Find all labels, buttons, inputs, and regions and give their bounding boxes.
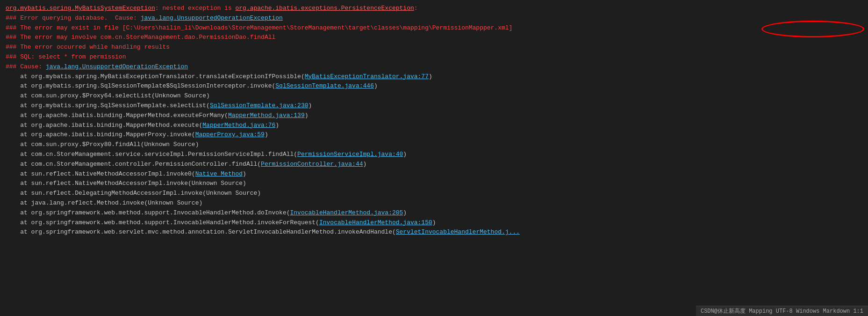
red-text: ### Error querying database. Cause: bbox=[6, 15, 141, 22]
stack-text: at org.springframework.web.servlet.mvc.m… bbox=[6, 228, 396, 235]
lines-container: org.mybatis.spring.MyBatisSystemExceptio… bbox=[6, 4, 862, 237]
code-line: ### The error may involve com.cn.StoreMa… bbox=[6, 33, 862, 43]
code-line: at java.lang.reflect.Method.invoke(Unkno… bbox=[6, 198, 862, 208]
link-blue[interactable]: InvocableHandlerMethod.java:150 bbox=[319, 219, 432, 226]
link-blue[interactable]: SqlSessionTemplate.java:230 bbox=[210, 102, 308, 109]
code-line: ### The error may exist in file [C:\User… bbox=[6, 23, 862, 33]
stack-text: at org.springframework.web.method.suppor… bbox=[6, 219, 319, 226]
link-blue[interactable]: MyBatisExceptionTranslator.java:77 bbox=[305, 73, 429, 80]
stack-text: ) bbox=[403, 151, 407, 158]
stack-text: at org.mybatis.spring.SqlSessionTemplate… bbox=[6, 82, 275, 89]
code-line: ### Error querying database. Cause: java… bbox=[6, 14, 862, 23]
red-text: ### The error occurred while handling re… bbox=[6, 44, 170, 51]
code-line: at org.apache.ibatis.binding.MapperMetho… bbox=[6, 121, 862, 131]
link-blue[interactable]: ServletInvocableHandlerMethod.j... bbox=[396, 228, 520, 235]
stack-text: ) bbox=[363, 161, 367, 168]
stack-text: at com.sun.proxy.$Proxy80.findAll(Unknow… bbox=[6, 141, 199, 148]
stack-text: at com.cn.StoreManagement.service.servic… bbox=[6, 151, 297, 158]
code-line: at org.springframework.web.method.suppor… bbox=[6, 218, 862, 228]
link-blue[interactable]: Native Method bbox=[195, 170, 243, 177]
red-text: ### Cause: bbox=[6, 63, 46, 70]
stack-text: ) bbox=[265, 131, 268, 138]
stack-text: ) bbox=[403, 209, 407, 216]
red-text: ### The error may exist in file [C:\User… bbox=[6, 24, 512, 31]
red-text: : bbox=[414, 5, 418, 12]
red-text: : nested exception is bbox=[155, 5, 236, 12]
code-line: at com.sun.proxy.$Proxy80.findAll(Unknow… bbox=[6, 140, 862, 150]
stack-text: ) bbox=[275, 122, 279, 129]
link-blue[interactable]: InvocableHandlerMethod.java:205 bbox=[290, 209, 403, 216]
code-line: at org.springframework.web.method.suppor… bbox=[6, 208, 862, 218]
code-line: at com.sun.proxy.$Proxy64.selectList(Unk… bbox=[6, 91, 862, 101]
stack-text: at com.sun.proxy.$Proxy64.selectList(Unk… bbox=[6, 92, 210, 99]
stack-text: at com.cn.StoreManagement.controller.Per… bbox=[6, 161, 261, 168]
stack-text: at org.apache.ibatis.binding.MapperProxy… bbox=[6, 131, 195, 138]
stack-text: ) bbox=[374, 82, 378, 89]
code-line: at org.mybatis.spring.SqlSessionTemplate… bbox=[6, 101, 862, 111]
code-line: org.mybatis.spring.MyBatisSystemExceptio… bbox=[6, 4, 862, 14]
link-blue[interactable]: SqlSessionTemplate.java:446 bbox=[275, 82, 374, 89]
red-text: ### SQL: select * from permission bbox=[6, 53, 126, 60]
stack-text: ) bbox=[243, 170, 246, 177]
code-line: ### Cause: java.lang.UnsupportedOperatio… bbox=[6, 62, 862, 72]
code-line: at org.springframework.web.servlet.mvc.m… bbox=[6, 228, 862, 237]
stack-text: ) bbox=[308, 102, 312, 109]
stack-text: at java.lang.reflect.Method.invoke(Unkno… bbox=[6, 199, 202, 206]
stack-text: at org.mybatis.spring.MyBatisExceptionTr… bbox=[6, 73, 305, 80]
link-red[interactable]: org.mybatis.spring.MyBatisSystemExceptio… bbox=[6, 5, 155, 12]
code-line: at org.apache.ibatis.binding.MapperMetho… bbox=[6, 111, 862, 121]
link-blue[interactable]: PermissionController.java:44 bbox=[261, 161, 363, 168]
link-blue[interactable]: java.lang.UnsupportedOperationException bbox=[141, 15, 283, 22]
link-blue[interactable]: java.lang.UnsupportedOperationException bbox=[46, 63, 188, 70]
stack-text: ) bbox=[432, 219, 436, 226]
stack-text: at org.apache.ibatis.binding.MapperMetho… bbox=[6, 122, 202, 129]
code-line: ### SQL: select * from permission bbox=[6, 52, 862, 62]
code-line: at com.cn.StoreManagement.controller.Per… bbox=[6, 160, 862, 169]
red-text: ### The error may involve com.cn.StoreMa… bbox=[6, 34, 275, 41]
stack-text: ) bbox=[305, 112, 308, 119]
link-blue[interactable]: MapperMethod.java:76 bbox=[202, 122, 275, 129]
stack-text: ) bbox=[429, 73, 432, 80]
stack-text: at sun.reflect.NativeMethodAccessorImpl.… bbox=[6, 170, 195, 177]
code-line: at sun.reflect.DelegatingMethodAccessorI… bbox=[6, 189, 862, 198]
link-blue[interactable]: MapperProxy.java:59 bbox=[195, 131, 265, 138]
code-line: at org.mybatis.spring.SqlSessionTemplate… bbox=[6, 81, 862, 91]
code-line: at org.mybatis.spring.MyBatisExceptionTr… bbox=[6, 72, 862, 82]
code-line: ### The error occurred while handling re… bbox=[6, 43, 862, 52]
link-blue[interactable]: PermissionServiceImpl.java:40 bbox=[297, 151, 403, 158]
stack-text: at org.mybatis.spring.SqlSessionTemplate… bbox=[6, 102, 210, 109]
link-red[interactable]: org.apache.ibatis.exceptions.Persistence… bbox=[236, 5, 414, 12]
error-container: org.mybatis.spring.MyBatisSystemExceptio… bbox=[0, 0, 868, 241]
code-line: at com.cn.StoreManagement.service.servic… bbox=[6, 150, 862, 160]
link-blue[interactable]: MapperMethod.java:139 bbox=[228, 112, 305, 119]
code-line: at org.apache.ibatis.binding.MapperProxy… bbox=[6, 130, 862, 140]
stack-text: at org.apache.ibatis.binding.MapperMetho… bbox=[6, 112, 228, 119]
stack-text: at sun.reflect.NativeMethodAccessorImpl.… bbox=[6, 180, 246, 187]
code-line: at sun.reflect.NativeMethodAccessorImpl.… bbox=[6, 179, 862, 189]
stack-text: at org.springframework.web.method.suppor… bbox=[6, 209, 290, 216]
stack-text: at sun.reflect.DelegatingMethodAccessorI… bbox=[6, 190, 261, 197]
code-line: at sun.reflect.NativeMethodAccessorImpl.… bbox=[6, 169, 862, 179]
